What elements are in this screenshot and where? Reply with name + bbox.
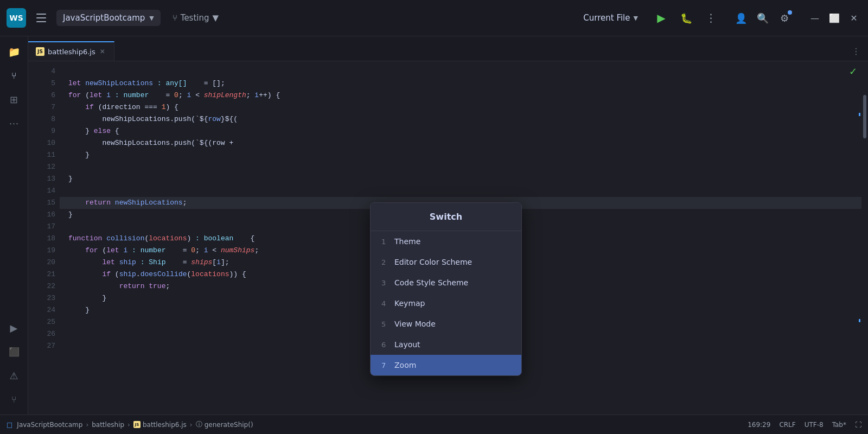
search-icon[interactable]: 🔍: [753, 8, 773, 28]
switch-item-zoom[interactable]: 7 Zoom: [371, 355, 521, 375]
breadcrumb-js-icon: JS: [133, 421, 141, 428]
breadcrumb-project[interactable]: JavaScriptBootcamp: [17, 421, 82, 429]
testing-chevron-icon: ▼: [213, 13, 219, 23]
tab-bar: JS battleship6.js ✕ ⋮: [28, 36, 868, 61]
code-line: let newShipLocations : any[] = [];: [60, 78, 868, 90]
breadcrumb-function-icon: ⓘ: [196, 420, 202, 429]
code-line: }: [60, 173, 868, 185]
switch-item-editor-color-scheme[interactable]: 2 Editor Color Scheme: [371, 252, 521, 272]
sidebar-item-problems[interactable]: ⚠: [3, 365, 25, 386]
minimize-button[interactable]: —: [807, 10, 822, 25]
titlebar: WS JavaScriptBootcamp ▼ ⑂ Testing ▼ Curr…: [0, 0, 868, 36]
switch-item-label-zoom: Zoom: [394, 361, 416, 369]
code-line: } else {: [60, 125, 868, 137]
project-name: JavaScriptBootcamp: [63, 13, 145, 23]
breadcrumb-folder[interactable]: battleship: [92, 421, 124, 429]
maximize-button[interactable]: ⬜: [827, 10, 842, 25]
sidebar-item-more[interactable]: ⋯: [3, 112, 25, 134]
switch-item-view-mode[interactable]: 5 View Mode: [371, 314, 521, 334]
statusbar-line-ending[interactable]: CRLF: [779, 421, 795, 429]
hamburger-menu[interactable]: [33, 9, 50, 27]
app-logo: WS: [7, 8, 26, 28]
code-line: newShipLocations.push(`${row}${(: [60, 113, 868, 125]
current-file-chevron-icon: ▼: [634, 15, 638, 22]
breadcrumb-file[interactable]: JS battleship6.js: [133, 421, 187, 429]
titlebar-actions: 👤 🔍 ⚙: [731, 8, 794, 28]
sidebar-item-plugins[interactable]: ⊞: [3, 88, 25, 110]
breadcrumb-function[interactable]: ⓘ generateShip(): [196, 420, 253, 429]
statusbar-indent[interactable]: Tab*: [832, 421, 846, 429]
tab-filename: battleship6.js: [48, 48, 95, 56]
breadcrumb: JavaScriptBootcamp › battleship › JS bat…: [17, 420, 253, 429]
user-icon[interactable]: 👤: [731, 8, 751, 28]
more-options-button[interactable]: ⋮: [702, 9, 720, 27]
switch-item-keymap[interactable]: 4 Keymap: [371, 293, 521, 314]
code-line: [60, 66, 868, 78]
switch-item-num-2: 2: [381, 258, 389, 266]
breadcrumb-sep-2: ›: [127, 421, 130, 429]
code-line: }: [60, 149, 868, 161]
code-line: for (let i : number = 0; i < shipLength;…: [60, 90, 868, 101]
switch-item-num-4: 4: [381, 299, 389, 308]
tab-battleship6[interactable]: JS battleship6.js ✕: [28, 41, 114, 61]
switch-item-code-style-scheme[interactable]: 3 Code Style Scheme: [371, 272, 521, 293]
breadcrumb-sep-3: ›: [190, 421, 193, 429]
close-button[interactable]: ✕: [846, 10, 861, 25]
settings-icon[interactable]: ⚙: [775, 8, 794, 28]
run-button[interactable]: ▶: [652, 9, 671, 27]
sidebar-item-run[interactable]: ▶: [3, 317, 25, 339]
statusbar-folder-icon: □: [7, 421, 12, 429]
testing-config[interactable]: ⑂ Testing ▼: [167, 10, 224, 26]
switch-item-label-theme: Theme: [394, 237, 420, 246]
breadcrumb-sep-1: ›: [86, 421, 88, 429]
sidebar-item-vcs[interactable]: ⑂: [3, 65, 25, 86]
statusbar-encoding[interactable]: UTF-8: [805, 421, 824, 429]
window-controls: — ⬜ ✕: [807, 10, 861, 25]
switch-item-num-1: 1: [381, 238, 389, 246]
sidebar-item-terminal[interactable]: ⬛: [3, 341, 25, 362]
project-chevron-icon: ▼: [149, 15, 154, 22]
settings-badge: [788, 10, 792, 15]
statusbar-right: 169:29 CRLF UTF-8 Tab* ⛶: [748, 421, 861, 429]
switch-item-label-layout: Layout: [394, 340, 420, 349]
switch-item-num-7: 7: [381, 361, 389, 369]
breadcrumb-filename: battleship6.js: [143, 421, 187, 429]
statusbar: □ JavaScriptBootcamp › battleship › JS b…: [0, 414, 868, 434]
switch-item-theme[interactable]: 1 Theme: [371, 231, 521, 252]
switch-item-label-keymap: Keymap: [394, 299, 425, 308]
switch-item-num-3: 3: [381, 279, 389, 287]
minimap-marker: [859, 319, 860, 322]
switch-item-num-5: 5: [381, 320, 389, 328]
switch-item-label-editor-color: Editor Color Scheme: [394, 258, 472, 266]
sidebar: 📁 ⑂ ⊞ ⋯ ▶ ⬛ ⚠ ⑂: [0, 36, 28, 414]
code-line: newShipLocations.push(`${(row +: [60, 137, 868, 149]
testing-git-icon: ⑂: [173, 13, 177, 23]
tab-more-button[interactable]: ⋮: [844, 42, 868, 61]
scrollbar-thumb[interactable]: [863, 95, 866, 138]
debug-button[interactable]: 🐛: [677, 9, 695, 27]
sidebar-item-git[interactable]: ⑂: [3, 388, 25, 410]
switch-item-label-view-mode: View Mode: [394, 320, 436, 328]
minimap-marker: [859, 113, 860, 116]
project-selector[interactable]: JavaScriptBootcamp ▼: [56, 10, 161, 26]
code-line: [60, 185, 868, 197]
switch-item-layout[interactable]: 6 Layout: [371, 334, 521, 355]
switch-popup: Switch 1 Theme 2 Editor Color Scheme 3 C…: [370, 202, 522, 376]
line-numbers: 4 5 6 7 8 9 10 11 12 13 14 15 16 17 18 1…: [28, 61, 60, 414]
editor-content: ✓ 4 5 6 7 8 9 10 11 12 13 14 15 16 17 18…: [28, 61, 868, 414]
code-line: if (direction === 1) {: [60, 101, 868, 113]
editor-scrollbar[interactable]: [861, 61, 868, 414]
breadcrumb-function-name: generateShip(): [205, 421, 253, 429]
statusbar-left: □ JavaScriptBootcamp › battleship › JS b…: [7, 420, 253, 429]
sidebar-item-files[interactable]: 📁: [3, 41, 25, 62]
current-file-button[interactable]: Current File ▼: [576, 10, 646, 26]
testing-label: Testing: [181, 13, 209, 23]
statusbar-expand-icon[interactable]: ⛶: [855, 421, 861, 429]
current-file-label: Current File: [583, 13, 630, 23]
switch-item-num-6: 6: [381, 341, 389, 349]
code-line: [60, 161, 868, 173]
switch-popup-title: Switch: [371, 203, 521, 231]
tab-close-button[interactable]: ✕: [99, 47, 106, 56]
statusbar-position[interactable]: 169:29: [748, 421, 770, 429]
switch-item-label-code-style: Code Style Scheme: [394, 278, 468, 287]
